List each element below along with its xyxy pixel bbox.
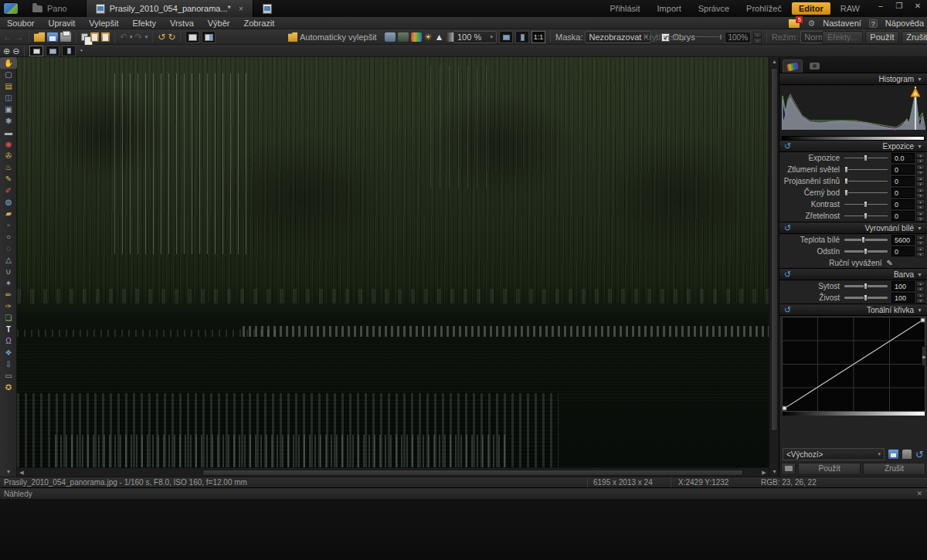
zoom-actual-size-button[interactable] bbox=[29, 46, 43, 56]
cerny-bod-spinner[interactable]: ▲▼ bbox=[916, 188, 925, 198]
apply-button-toolbar[interactable]: Použít bbox=[865, 31, 899, 44]
tab-editing-active[interactable] bbox=[783, 59, 803, 73]
kontrast-value[interactable]: 0 bbox=[891, 199, 915, 209]
mode-prohlizec[interactable]: Prohlížeč bbox=[739, 2, 789, 15]
odstin-value[interactable]: 0 bbox=[891, 246, 915, 256]
white-balance-header[interactable]: ↺ Vyrovnání bílé ▼ bbox=[779, 222, 927, 234]
previews-close-icon[interactable]: ✕ bbox=[916, 490, 927, 497]
view-mode-single-button[interactable] bbox=[185, 31, 199, 43]
projasneni-spinner[interactable]: ▲▼ bbox=[916, 176, 925, 186]
tab-develop[interactable] bbox=[804, 59, 824, 73]
cancel-button[interactable]: Zrušit bbox=[863, 463, 925, 475]
back-icon[interactable]: ← bbox=[3, 32, 12, 42]
magnetic-lasso-tool[interactable]: ∪ bbox=[0, 266, 17, 277]
histogram-header[interactable]: Histogram ▼ bbox=[779, 73, 927, 85]
zivost-value[interactable]: 100 bbox=[891, 293, 915, 303]
eraser-tool[interactable]: ▰ bbox=[0, 208, 17, 219]
sytost-value[interactable]: 100 bbox=[891, 281, 915, 291]
projasneni-value[interactable]: 0 bbox=[891, 176, 915, 186]
app-logo-icon[interactable] bbox=[3, 2, 19, 15]
shadows-icon[interactable] bbox=[398, 32, 409, 42]
save-icon[interactable] bbox=[47, 32, 58, 42]
tab-close-icon[interactable]: × bbox=[239, 5, 243, 13]
cancel-button-toolbar[interactable]: Zrušit bbox=[902, 31, 927, 44]
frame-tool[interactable]: ▭ bbox=[0, 370, 17, 382]
menu-upravit[interactable]: Upravit bbox=[41, 19, 82, 28]
shift-tool[interactable]: ▤ bbox=[0, 80, 17, 92]
teplota-spinner[interactable]: ▲▼ bbox=[916, 235, 925, 245]
polygon-select-tool[interactable]: △ bbox=[0, 254, 17, 266]
forward-icon[interactable]: → bbox=[15, 32, 24, 42]
manual-white-balance[interactable]: Ruční vyvážení ✎ bbox=[779, 257, 927, 268]
undo-history-chevron-icon[interactable]: ▾ bbox=[130, 34, 133, 40]
menu-vyber[interactable]: Výběr bbox=[201, 19, 237, 28]
reset-icon[interactable]: ↺ bbox=[784, 224, 791, 232]
paste-special-icon[interactable] bbox=[101, 32, 110, 42]
stamp-tool[interactable]: ✪ bbox=[0, 382, 17, 393]
magic-wand-tool[interactable]: ✶ bbox=[0, 277, 17, 289]
print-icon[interactable] bbox=[60, 32, 71, 42]
redo-history-chevron-icon[interactable]: ▾ bbox=[145, 34, 148, 40]
cerny-bod-value[interactable]: 0 bbox=[891, 188, 915, 198]
notification-icon[interactable]: 5 bbox=[789, 19, 800, 28]
sytost-spinner[interactable]: ▲▼ bbox=[916, 281, 925, 291]
paste-icon[interactable] bbox=[90, 32, 99, 42]
close-icon[interactable]: ✕ bbox=[912, 2, 924, 10]
mesh-warp-tool[interactable]: ❃ bbox=[0, 115, 17, 127]
levels-icon[interactable] bbox=[385, 32, 396, 42]
horizontal-scrollbar[interactable]: ◀ ▶ bbox=[17, 467, 769, 477]
ztlumeni-slider[interactable] bbox=[844, 165, 888, 174]
maximize-icon[interactable]: ❐ bbox=[893, 2, 905, 10]
save-preset-icon[interactable] bbox=[888, 450, 898, 459]
overlap-tool[interactable]: ◫ bbox=[0, 92, 17, 104]
redo-icon[interactable]: ↷ bbox=[135, 32, 143, 42]
mode-raw[interactable]: RAW bbox=[834, 2, 867, 15]
paste-layer-tool[interactable]: ❏ bbox=[0, 312, 17, 324]
previews-thumbnail-strip[interactable] bbox=[0, 499, 927, 560]
layer-opacity-slider[interactable] bbox=[690, 33, 722, 41]
blur-tool[interactable]: ◍ bbox=[0, 196, 17, 208]
tools-overflow-chevron-icon[interactable]: ▾ bbox=[0, 468, 17, 475]
apply-button[interactable]: Použít bbox=[798, 463, 861, 475]
rotate-right-icon[interactable]: ↻ bbox=[168, 32, 175, 42]
rainbow-color-icon[interactable] bbox=[411, 32, 422, 42]
zivost-slider[interactable] bbox=[844, 294, 888, 302]
mask-select[interactable]: Nezobrazovat ▾ bbox=[585, 31, 651, 43]
copy-icon[interactable] bbox=[81, 33, 88, 41]
color-header[interactable]: ↺ Barva ▼ bbox=[779, 268, 927, 280]
navigator-icon[interactable]: ◔ bbox=[78, 47, 83, 55]
cerny-bod-slider[interactable] bbox=[844, 188, 888, 197]
teplota-slider[interactable] bbox=[844, 236, 888, 244]
undo-icon[interactable]: ↶ bbox=[120, 32, 127, 42]
kontrast-spinner[interactable]: ▲▼ bbox=[916, 199, 925, 209]
sharpen-icon[interactable]: ▲ bbox=[434, 32, 443, 42]
symbol-tool[interactable]: Ω bbox=[0, 335, 17, 347]
clone-stamp-tool[interactable]: ✇ bbox=[0, 150, 17, 161]
zoom-1to1-button[interactable]: 1:1 bbox=[531, 31, 545, 43]
gear-icon[interactable]: ⚙ bbox=[807, 19, 815, 29]
zretelnost-spinner[interactable]: ▲▼ bbox=[916, 211, 925, 221]
exposure-header[interactable]: ↺ Expozice ▼ bbox=[779, 140, 927, 152]
tab-pano[interactable]: Pano bbox=[23, 0, 76, 17]
rotate-left-icon[interactable]: ↺ bbox=[158, 32, 165, 42]
expozice-spinner[interactable]: ▲▼ bbox=[916, 153, 925, 163]
reset-all-icon[interactable]: ↺ bbox=[915, 450, 924, 460]
zoom-fit-button[interactable] bbox=[46, 46, 59, 56]
layer-opacity-value[interactable]: 100% bbox=[725, 32, 751, 43]
help-menu[interactable]: Nápověda bbox=[885, 19, 924, 28]
canvas-image[interactable] bbox=[17, 57, 769, 467]
zoom-fit-height-button[interactable] bbox=[62, 46, 76, 56]
rect-select-tool[interactable]: ▫ bbox=[0, 219, 17, 231]
mode-editor[interactable]: Editor bbox=[792, 2, 830, 15]
projasneni-slider[interactable] bbox=[844, 177, 888, 185]
reset-icon[interactable]: ↺ bbox=[784, 142, 791, 151]
tab-new-document[interactable] bbox=[253, 0, 281, 17]
kontrast-slider[interactable] bbox=[844, 200, 888, 209]
lasso-tool[interactable]: ◌ bbox=[0, 243, 17, 254]
layer-opacity-spinner[interactable]: ▲▼ bbox=[753, 32, 762, 43]
effects-button[interactable]: Efekty... bbox=[822, 31, 863, 44]
selection-brush-tool[interactable]: ✏ bbox=[0, 289, 17, 300]
draw-selection-tool[interactable]: ✑ bbox=[0, 300, 17, 312]
open-icon[interactable] bbox=[34, 32, 45, 42]
zivost-spinner[interactable]: ▲▼ bbox=[916, 293, 925, 303]
